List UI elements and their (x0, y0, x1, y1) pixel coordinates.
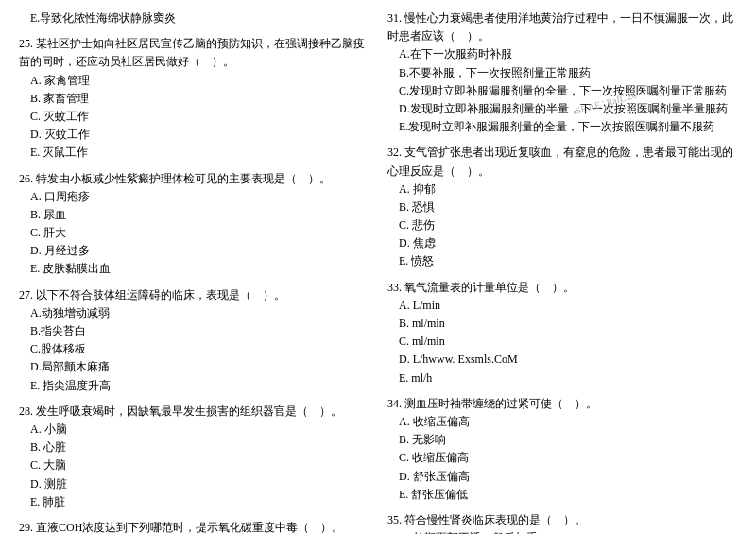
question-block-29: 29. 直液COH浓度达到下列哪范时，提示氧化碳重度中毒（ ）。 A.5%～10… (19, 519, 369, 534)
q26-option-a: A. 口周疱疹 (19, 188, 369, 206)
q28-option-a: A. 小脑 (19, 421, 369, 439)
option-e-prefix: E.导致化脓性海绵状静脉窦炎 (19, 9, 369, 27)
q34-option-b: B. 无影响 (387, 431, 737, 449)
question-block-e: E.导致化脓性海绵状静脉窦炎 (19, 9, 369, 27)
q33-option-b: B. ml/min (387, 315, 737, 333)
q32-option-b: B. 恐惧 (387, 198, 737, 216)
q34-option-e: E. 舒张压偏低 (387, 486, 737, 504)
question-block-25: 25. 某社区护士如向社区居民宣传乙脑的预防知识，在强调接种乙脑疫苗的同时，还应… (19, 35, 369, 162)
question-block-31: 31. 慢性心力衰竭患者使用洋地黄治疗过程中，一日不慎漏服一次，此时患者应该（ … (387, 9, 737, 136)
question-34-title: 34. 测血压时袖带缠绕的过紧可使（ ）。 (387, 395, 737, 413)
q31-option-d: D.发现时立即补服漏服剂量的半量，下一次按照医嘱剂量半量服药 (387, 100, 737, 118)
q31-option-b: B.不要补服，下一次按照剂量正常服药 (387, 64, 737, 82)
q33-option-d: D. L/hwww. Exsmls.CoM (387, 351, 737, 369)
q26-option-b: B. 尿血 (19, 206, 369, 224)
q25-option-c: C. 灭蚊工作 (19, 108, 369, 126)
q33-option-a: A. L/min (387, 297, 737, 315)
left-column: E.导致化脓性海绵状静脉窦炎 25. 某社区护士如向社区居民宣传乙脑的预防知识，… (19, 9, 369, 534)
question-28-title: 28. 发生呼吸衰竭时，因缺氧最早发生损害的组织器官是（ ）。 (19, 403, 369, 421)
q27-option-b: B.指尖苔白 (19, 322, 369, 340)
q32-option-d: D. 焦虑 (387, 234, 737, 252)
q28-option-c: C. 大脑 (19, 456, 369, 474)
question-block-27: 27. 以下不符合肢体组运障碍的临床，表现是（ ）。 A.动独增动减弱 B.指尖… (19, 286, 369, 395)
question-27-title: 27. 以下不符合肢体组运障碍的临床，表现是（ ）。 (19, 286, 369, 304)
q33-option-c: C. ml/min (387, 333, 737, 351)
q34-option-d: D. 舒张压偏高 (387, 468, 737, 486)
question-block-26: 26. 特发由小板减少性紫癜护理体检可见的主要表现是（ ）。 A. 口周疱疹 B… (19, 170, 369, 279)
q27-option-e: E. 指尖温度升高 (19, 377, 369, 395)
question-32-title: 32. 支气管扩张患者出现近复咳血，有窒息的危险，患者最可能出现的心理反应是（ … (387, 144, 737, 180)
q26-option-c: C. 肝大 (19, 224, 369, 242)
question-33-title: 33. 氧气流量表的计量单位是（ ）。 (387, 279, 737, 297)
q27-option-d: D.局部颤木麻痛 (19, 358, 369, 376)
q35-option-a: A. 长期面部不适、餐后加重 (387, 529, 737, 534)
q32-option-a: A. 抑郁 (387, 181, 737, 198)
q31-option-a: A.在下一次服药时补服 (387, 45, 737, 63)
q26-option-d: D. 月经过多 (19, 242, 369, 260)
question-columns: E.导致化脓性海绵状静脉窦炎 25. 某社区护士如向社区居民宣传乙脑的预防知识，… (19, 9, 737, 534)
q32-option-e: E. 愤怒 (387, 252, 737, 270)
question-block-28: 28. 发生呼吸衰竭时，因缺氧最早发生损害的组织器官是（ ）。 A. 小脑 B.… (19, 403, 369, 511)
question-31-title: 31. 慢性心力衰竭患者使用洋地黄治疗过程中，一日不慎漏服一次，此时患者应该（ … (387, 9, 737, 45)
right-column: 31. 慢性心力衰竭患者使用洋地黄治疗过程中，一日不慎漏服一次，此时患者应该（ … (387, 9, 737, 534)
q25-option-a: A. 家禽管理 (19, 72, 369, 90)
question-block-34: 34. 测血压时袖带缠绕的过紧可使（ ）。 A. 收缩压偏高 B. 无影响 C.… (387, 395, 737, 504)
question-block-32: 32. 支气管扩张患者出现近复咳血，有窒息的危险，患者最可能出现的心理反应是（ … (387, 144, 737, 270)
q32-option-c: C. 悲伤 (387, 216, 737, 234)
q31-option-c: C.发现时立即补服漏服剂量的全量，下一次按照医嘱剂量正常服药 (387, 82, 737, 100)
q28-option-d: D. 测脏 (19, 475, 369, 493)
question-block-35: 35. 符合慢性肾炎临床表现的是（ ）。 A. 长期面部不适、餐后加重 B. 苔… (387, 511, 737, 534)
q25-option-e: E. 灭鼠工作 (19, 144, 369, 162)
page-container: E.导致化脓性海绵状静脉窦炎 25. 某社区护士如向社区居民宣传乙脑的预防知识，… (19, 9, 737, 534)
q34-option-a: A. 收缩压偏高 (387, 413, 737, 431)
q34-option-c: C. 收缩压偏高 (387, 449, 737, 467)
q27-option-a: A.动独增动减弱 (19, 304, 369, 322)
q26-option-e: E. 皮肤黏膜出血 (19, 260, 369, 278)
q33-option-e: E. ml/h (387, 370, 737, 388)
q28-option-b: B. 心脏 (19, 439, 369, 456)
question-35-title: 35. 符合慢性肾炎临床表现的是（ ）。 (387, 511, 737, 529)
q25-option-b: B. 家畜管理 (19, 90, 369, 108)
q25-option-d: D. 灭蚊工作 (19, 126, 369, 144)
question-29-title: 29. 直液COH浓度达到下列哪范时，提示氧化碳重度中毒（ ）。 (19, 519, 369, 534)
q31-option-e: E.发现时立即补服漏服剂量的全量，下一次按照医嘱剂量不服药 (387, 118, 737, 136)
q27-option-c: C.股体移板 (19, 340, 369, 358)
q28-option-e: E. 肺脏 (19, 493, 369, 511)
question-block-33: 33. 氧气流量表的计量单位是（ ）。 A. L/min B. ml/min C… (387, 279, 737, 388)
question-25-title: 25. 某社区护士如向社区居民宣传乙脑的预防知识，在强调接种乙脑疫苗的同时，还应… (19, 35, 369, 71)
question-26-title: 26. 特发由小板减少性紫癜护理体检可见的主要表现是（ ）。 (19, 170, 369, 188)
